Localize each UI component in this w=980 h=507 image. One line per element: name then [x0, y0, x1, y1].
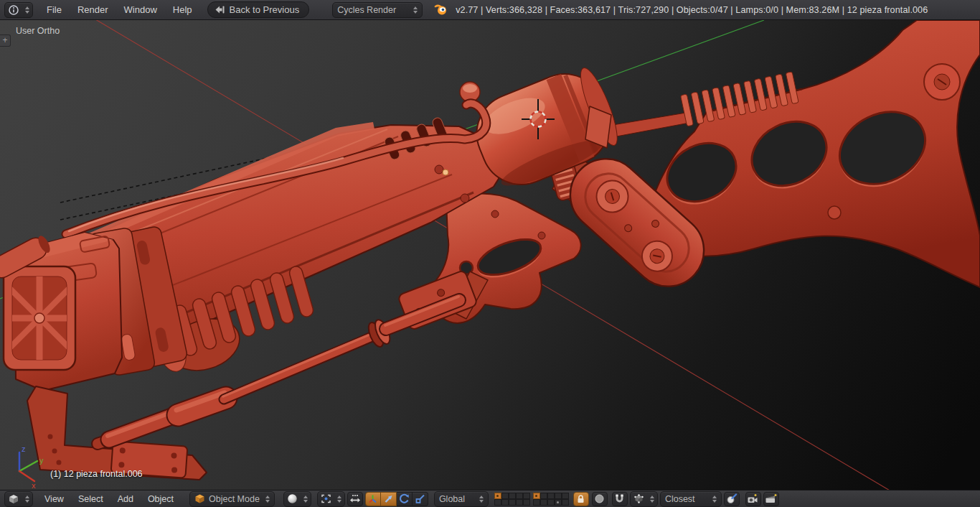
snap-target-dropdown[interactable]: Closest: [660, 491, 722, 507]
editor-type-dropdown-top[interactable]: [4, 2, 33, 18]
manipulator-buttons: [365, 492, 428, 506]
opengl-render-icon: [747, 493, 759, 504]
dropdown-spinner: [712, 496, 717, 503]
scene-statistics: v2.77 | Verts:366,328 | Faces:363,617 | …: [456, 5, 928, 15]
dropdown-spinner: [303, 496, 308, 503]
lock-camera-layers-icon: [575, 493, 586, 504]
layer-cell[interactable]: [555, 493, 562, 499]
layer-cell[interactable]: [533, 499, 540, 506]
layer-cell[interactable]: [494, 499, 501, 506]
align-rotation-button[interactable]: [724, 492, 740, 506]
orientation-value: Global: [439, 494, 465, 504]
back-to-previous-label: Back to Previous: [230, 4, 300, 15]
editor-type-icon: [8, 493, 19, 505]
align-rotation-icon: [726, 493, 738, 504]
top-header-bar: File Render Window Help Back to Previous…: [0, 0, 980, 20]
dropdown-spinner: [265, 496, 270, 503]
manipulator-axes-icon: [367, 493, 378, 504]
menu-window[interactable]: Window: [116, 4, 165, 15]
layer-cell[interactable]: [516, 493, 523, 499]
layer-cell[interactable]: [523, 499, 530, 506]
layer-cell[interactable]: [494, 493, 501, 499]
layer-cell[interactable]: [547, 499, 555, 506]
transform-orientation-dropdown[interactable]: Global: [434, 491, 489, 507]
viewport-3d[interactable]: z y x User Ortho + (1) 12 pieza frontal.…: [0, 20, 980, 490]
layer-cell[interactable]: [509, 493, 516, 499]
dropdown-spinner: [650, 496, 654, 503]
snap-target-value: Closest: [665, 494, 695, 504]
translate-manipulator-button[interactable]: [381, 492, 397, 506]
lock-camera-layers-button[interactable]: [573, 492, 589, 506]
back-icon: [213, 4, 225, 15]
editor-type-dropdown[interactable]: [4, 491, 33, 507]
pivot-point-icon: [321, 493, 331, 504]
mode-value: Object Mode: [209, 494, 260, 504]
rotate-icon: [399, 493, 410, 504]
dropdown-spinner: [413, 6, 418, 14]
back-to-previous-button[interactable]: Back to Previous: [207, 1, 310, 18]
scale-manipulator-button[interactable]: [413, 492, 428, 506]
layer-cell[interactable]: [501, 499, 509, 506]
object-origin-dot: [443, 169, 448, 175]
layer-objects-dot: [496, 495, 499, 497]
dropdown-spinner: [25, 496, 29, 503]
layer-buttons: [494, 493, 569, 506]
toolshelf-expand-tab[interactable]: +: [0, 34, 11, 47]
rotate-manipulator-button[interactable]: [397, 492, 413, 506]
gizmo-z-label: z: [22, 445, 26, 453]
snap-element-dropdown[interactable]: [630, 491, 658, 507]
proportional-edit-icon: [594, 493, 605, 504]
layer-cell[interactable]: [533, 493, 540, 499]
view-mode-label: User Ortho: [16, 26, 60, 36]
menu-object[interactable]: Object: [141, 494, 181, 504]
blender-logo: [434, 4, 448, 16]
menu-file[interactable]: File: [39, 4, 70, 15]
pivot-point-dropdown[interactable]: [317, 491, 345, 507]
dropdown-spinner: [337, 496, 341, 503]
menu-view[interactable]: View: [37, 494, 71, 504]
shading-sphere-icon: [287, 493, 298, 504]
layer-cell[interactable]: [509, 499, 516, 506]
proportional-edit-button[interactable]: [592, 492, 608, 506]
snap-element-icon: [633, 493, 644, 504]
snap-magnet-icon: [614, 493, 625, 504]
translate-icon: [383, 493, 394, 504]
dropdown-spinner: [479, 496, 484, 503]
layer-cell[interactable]: [547, 493, 555, 499]
layer-cell[interactable]: [501, 493, 509, 499]
layer-grid-group-1[interactable]: [494, 493, 530, 506]
layer-cell[interactable]: [516, 499, 523, 506]
layer-cell[interactable]: [562, 493, 569, 499]
opengl-render-button[interactable]: [745, 492, 761, 506]
manipulate-centers-button[interactable]: [347, 492, 363, 506]
layer-cell[interactable]: [562, 499, 569, 506]
model-laser-rifle[interactable]: [0, 20, 980, 480]
layer-cell[interactable]: [540, 499, 547, 506]
mode-dropdown[interactable]: Object Mode: [189, 491, 275, 507]
render-engine-dropdown[interactable]: Cycles Render: [332, 2, 423, 18]
active-object-label: (1) 12 pieza frontal.006: [50, 469, 143, 479]
gizmo-x-label: x: [32, 481, 36, 490]
menu-select[interactable]: Select: [71, 494, 110, 504]
object-mode-cube-icon: [194, 493, 205, 504]
manipulator-toggle-button[interactable]: [365, 492, 381, 506]
layer-objects-dot: [535, 495, 537, 497]
manipulate-centers-icon: [349, 493, 361, 504]
layer-objects-dot: [557, 501, 559, 503]
dropdown-spinner: [25, 6, 29, 14]
info-editor-icon: [8, 4, 19, 16]
layer-grid-group-2[interactable]: [533, 493, 569, 506]
menu-add[interactable]: Add: [110, 494, 141, 504]
opengl-anim-render-button[interactable]: [763, 492, 779, 506]
layer-cell[interactable]: [540, 493, 547, 499]
snap-toggle-button[interactable]: [612, 492, 628, 506]
menu-render[interactable]: Render: [70, 4, 116, 15]
viewport-shading-dropdown[interactable]: [283, 491, 311, 507]
menu-help[interactable]: Help: [165, 4, 200, 15]
opengl-anim-icon: [765, 493, 777, 504]
scale-icon: [415, 493, 425, 504]
render-engine-value: Cycles Render: [337, 5, 396, 15]
viewport-header-bar: View Select Add Object Object Mode: [0, 490, 980, 507]
layer-cell[interactable]: [523, 493, 530, 499]
layer-cell[interactable]: [555, 499, 562, 506]
